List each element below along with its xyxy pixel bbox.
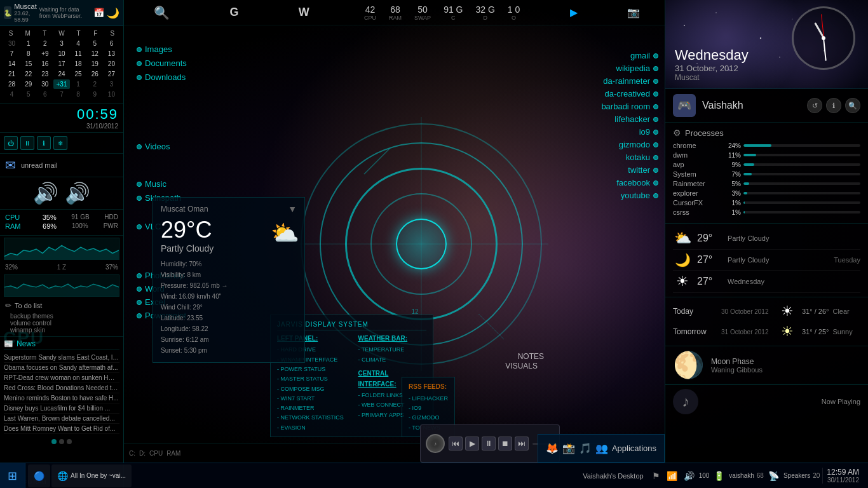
news-item-4[interactable]: Red Cross: Blood Donations Needed to... (4, 383, 119, 393)
cal-day[interactable]: 2 (87, 79, 103, 89)
settings-button[interactable]: ❄ (53, 136, 67, 150)
cal-day[interactable]: 28 (4, 79, 20, 89)
battery-icon[interactable]: 🔋 (712, 471, 726, 481)
cal-day[interactable]: 1 (71, 79, 86, 89)
cal-day[interactable]: 21 (4, 69, 20, 79)
volume-icon[interactable]: 🔊 (682, 471, 696, 481)
cal-day-today[interactable]: +31 (53, 79, 69, 89)
cal-day[interactable]: 6 (37, 90, 53, 99)
lp-mail[interactable]: ✉ unread mail (0, 154, 123, 177)
cal-day[interactable]: 10 (53, 49, 69, 58)
applications-button[interactable]: 🦊 📸 🎵 👥 Applications (538, 434, 665, 463)
tb-app-orb[interactable]: 🔵 (28, 464, 50, 487)
firefox-icon[interactable]: 🦊 (546, 442, 559, 454)
weather-dropdown-icon[interactable]: ▼ (288, 204, 297, 214)
power-button[interactable]: ⏻ (4, 136, 18, 150)
cal-day[interactable]: 7 (4, 49, 20, 58)
cal-day[interactable]: 9 (87, 90, 103, 99)
nav-lifehacker[interactable]: lifehacker (614, 114, 658, 124)
lp-dot-2[interactable] (59, 439, 64, 444)
stop-button[interactable]: ⏹ (498, 437, 512, 451)
lp-dot-1[interactable] (51, 439, 57, 444)
wikipedia-icon[interactable]: W (294, 6, 315, 19)
cal-day[interactable]: 26 (87, 69, 103, 79)
news-item-3[interactable]: RPT-Dead crew woman on sunken HMS... (4, 373, 119, 383)
audio-icon[interactable]: 🎵 (579, 442, 592, 454)
cal-day[interactable]: 19 (87, 59, 103, 69)
cal-day[interactable]: 7 (53, 90, 69, 99)
cal-day[interactable]: 22 (20, 69, 36, 79)
cal-day[interactable]: 15 (20, 59, 36, 69)
network-icon[interactable]: 📶 (665, 471, 679, 481)
calendar-icon[interactable]: 📅 (93, 8, 104, 18)
win-flag-icon[interactable]: ⚑ (650, 471, 662, 481)
cal-day[interactable]: 6 (104, 39, 119, 48)
cal-day[interactable]: 16 (37, 59, 53, 69)
cal-day[interactable]: 20 (104, 59, 119, 69)
nav-downloads[interactable]: Downloads (137, 72, 187, 82)
screenshot-icon[interactable]: 📷 (627, 6, 640, 18)
prev-button[interactable]: ⏮ (449, 437, 463, 451)
nav-youtube[interactable]: youtube (621, 191, 658, 200)
pause-button[interactable]: ⏸ (20, 136, 34, 150)
news-item-1[interactable]: Superstorm Sandy slams East Coast, le... (4, 353, 119, 363)
nav-twitter[interactable]: twitter (628, 165, 658, 175)
nav-wikipedia[interactable]: wikipedia (616, 64, 658, 73)
cal-day[interactable]: 3 (104, 79, 119, 89)
cal-day[interactable]: 25 (71, 69, 86, 79)
nav-gmail[interactable]: gmail (630, 51, 658, 60)
nav-gizmodo[interactable]: gizmodo (619, 140, 658, 149)
cal-day[interactable]: 30 (4, 39, 20, 48)
info-icon-btn[interactable]: ℹ (826, 98, 841, 113)
cal-day[interactable]: 11 (71, 49, 86, 58)
nav-documents[interactable]: Documents (137, 58, 187, 68)
nav-barbadiroom[interactable]: barbadi room (601, 102, 658, 111)
cal-day[interactable]: 8 (20, 49, 36, 58)
cal-day[interactable]: 17 (53, 59, 69, 69)
start-button[interactable]: ⊞ (0, 463, 25, 489)
cal-day[interactable]: 14 (4, 59, 20, 69)
cal-day[interactable]: +9 (37, 49, 53, 58)
cal-day[interactable]: 23 (37, 69, 53, 79)
wifi-icon[interactable]: 📡 (766, 471, 781, 481)
info-button[interactable]: ℹ (37, 136, 51, 150)
nav-kotaku[interactable]: kotaku (626, 152, 658, 162)
cal-day[interactable]: 5 (87, 39, 103, 48)
cal-day[interactable]: 30 (37, 79, 53, 89)
cal-day[interactable]: 27 (104, 69, 119, 79)
tb-app-allinone[interactable]: 🌐 All In One by ~vai... (51, 464, 132, 487)
cal-day[interactable]: 5 (20, 90, 36, 99)
play-button[interactable]: ▶ (465, 437, 479, 451)
users-icon[interactable]: 👥 (595, 442, 608, 454)
lp-dot-3[interactable] (67, 439, 72, 444)
cal-day[interactable]: 10 (104, 90, 119, 99)
nav-da-creatived[interactable]: da-creatived (604, 89, 658, 98)
search-icon-btn[interactable]: 🔍 (845, 98, 860, 113)
pause-button[interactable]: ⏸ (482, 437, 496, 451)
nav-videos[interactable]: Videos (137, 142, 187, 151)
cal-day[interactable]: 12 (87, 49, 103, 58)
cal-day[interactable]: 4 (4, 90, 20, 99)
cal-day[interactable]: 29 (20, 79, 36, 89)
nav-images[interactable]: Images (137, 44, 187, 54)
nav-da-rainmeter[interactable]: da-rainmeter (603, 76, 658, 86)
cal-day[interactable]: 3 (53, 39, 69, 48)
cal-day[interactable]: 4 (71, 39, 86, 48)
search-icon[interactable]: 🔍 (149, 5, 175, 20)
cal-day[interactable]: 2 (37, 39, 53, 48)
nav-io9[interactable]: io9 (639, 127, 658, 137)
google-icon[interactable]: G (224, 6, 243, 19)
nav-music[interactable]: Music (137, 179, 187, 189)
next-button[interactable]: ⏭ (515, 437, 529, 451)
cal-day[interactable]: 24 (53, 69, 69, 79)
news-item-5[interactable]: Menino reminds Boston to have safe H... (4, 393, 119, 403)
refresh-icon-btn[interactable]: ↺ (807, 98, 822, 113)
news-item-2[interactable]: Obama focuses on Sandy aftermath af... (4, 363, 119, 373)
cal-day[interactable]: 8 (71, 90, 86, 99)
screenshot-icon[interactable]: 📸 (562, 442, 575, 454)
tb-clock[interactable]: 12:59 AM 30/11/2012 (822, 468, 863, 484)
cal-day[interactable]: 13 (104, 49, 119, 58)
news-item-8[interactable]: Does Mitt Romney Want to Get Rid of... (4, 424, 119, 434)
news-item-6[interactable]: Disney buys Lucasfilm for $4 billion ... (4, 403, 119, 414)
news-item-7[interactable]: Last Warren, Brown debate cancelled... (4, 414, 119, 424)
